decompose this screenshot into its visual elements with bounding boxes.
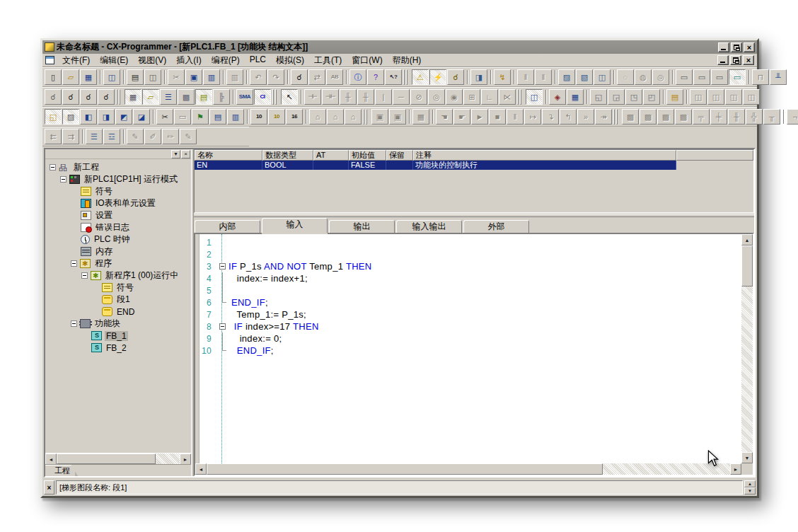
show-comments-icon[interactable]: ▱ [142,89,159,105]
table-editor-splitter[interactable] [194,214,754,217]
monitor-hex-icon[interactable]: 16 [286,109,303,125]
toolbar-gripper[interactable] [363,109,369,125]
address-reference-tool-icon[interactable]: ▤ [666,89,683,105]
tree-item-function-blocks[interactable]: 功能块 [47,318,191,330]
editor-horizontal-scrollbar[interactable]: ◄ ► [195,463,741,475]
window-tile-horizontal-icon[interactable]: ◲ [608,89,625,105]
toolbar-gripper[interactable] [613,109,620,125]
tree-item-program1[interactable]: 新程序1 (00)运行中 [47,270,191,282]
show-program-window-icon[interactable]: ◫ [526,89,543,105]
zoom-to-fit-icon[interactable]: ☌ [45,89,62,105]
debug-mode-icon[interactable]: ▭ [711,69,728,85]
show-grid-icon[interactable]: ▦ [125,89,141,105]
open-project-icon[interactable]: ▱ [62,69,79,85]
find-icon[interactable]: ☌ [291,69,308,85]
print-preview-icon[interactable]: ◫ [144,69,161,85]
window-arrange-icons-icon[interactable]: ◰ [643,89,660,105]
run-mode-icon[interactable]: ▭ [729,69,746,85]
show-flags-icon[interactable]: ⚑ [192,109,209,125]
align-list-icon[interactable]: ☰ [86,129,103,144]
show-rung-list-icon[interactable]: ▤ [209,109,226,125]
view-mnemonics-icon[interactable]: ◈ [549,89,566,105]
tree-item-plc-clock[interactable]: PLC 时钟 [47,233,191,245]
output-scroll-down-icon[interactable]: ▼ [744,487,756,495]
fold-toggle-icon[interactable] [217,260,229,272]
tree-item-memory[interactable]: 内存 [47,245,191,258]
tree-item-settings[interactable]: 设置 [47,209,191,221]
compare-with-plc-icon[interactable]: ◫ [594,69,611,85]
title-bar[interactable]: 未命名标题 - CX-Programmer - [新PLC1.FB_1 [功能块… [42,40,757,54]
tab-input[interactable]: 输入 [262,218,328,233]
toggle-local-symbols-icon[interactable]: ◩ [115,109,132,125]
toolbar-gripper[interactable] [403,69,410,85]
tab-internal[interactable]: 内部 [195,220,260,233]
view-symbol-bar-icon[interactable]: SMA [236,89,253,105]
toggle-project-workspace-icon[interactable]: ◱ [45,109,62,125]
scroll-left-icon[interactable]: ◄ [45,453,57,465]
editor-vscroll-thumb[interactable] [741,245,753,287]
transfer-from-plc-icon[interactable]: ▧ [576,69,593,85]
toggle-output-window-icon[interactable]: ▨ [62,109,79,125]
toolbar-gripper[interactable] [272,89,279,105]
tab-project[interactable]: 工程 [45,465,79,476]
align-list-2-icon[interactable]: ☲ [103,129,120,144]
tree-expander-minus-icon[interactable] [71,320,77,327]
toolbar-gripper[interactable] [116,89,122,105]
transfer-to-plc-icon[interactable]: ▨ [558,69,575,85]
variable-row[interactable]: ENBOOLFALSE功能块的控制执行 [195,161,753,170]
monitor-in-rung-icon[interactable]: ▩ [178,89,195,105]
tab-input-output[interactable]: 输入输出 [396,220,462,233]
scroll-up-icon[interactable]: ▲ [741,234,753,245]
menu-item-plc[interactable]: PLC [245,54,271,67]
toggle-cross-reference-icon[interactable]: ◨ [98,109,115,125]
fold-toggle-icon[interactable] [217,320,229,332]
menu-item-tools[interactable]: 工具(T) [309,54,347,67]
output-message[interactable]: [梯形图段名称: 段1] [56,480,743,495]
help-topics-icon[interactable]: ? [367,69,384,85]
show-rung-dividers-icon[interactable]: ▤ [195,89,212,105]
tree-expander-minus-icon[interactable] [71,260,77,267]
tree-horizontal-scrollbar[interactable]: ◄ ► [45,453,191,464]
child-close-button[interactable]: × [743,55,754,65]
variable-table-empty-area[interactable] [195,170,753,212]
new-document-icon[interactable]: ▯ [45,69,62,85]
toggle-watch-window-icon[interactable]: ◧ [80,109,97,125]
zoom-in-icon[interactable]: ☌ [80,89,97,105]
workspace-close-button[interactable]: × [181,150,190,158]
monitor-decimal-icon[interactable]: 10 [250,109,267,125]
output-scrollbar[interactable]: ▲ ▼ [744,480,756,495]
monitor-signed-decimal-icon[interactable]: 10 [268,109,285,125]
output-scroll-up-icon[interactable]: ▲ [744,480,756,487]
tree-expander-minus-icon[interactable] [50,164,56,170]
show-rung-annotation-icon[interactable]: ☰ [160,89,177,105]
menu-item-file[interactable]: 文件(F) [57,54,95,67]
zoom-custom-icon[interactable]: ☌ [98,89,115,105]
child-restore-button[interactable] [730,55,741,65]
tree-item-io-table[interactable]: IO表和单元设置 [47,197,191,209]
st-code-area[interactable]: 123IF P_1s AND NOT Temp_1 THEN4 index:= … [195,234,741,463]
tree-item-fb1[interactable]: FB_1 [47,330,191,342]
workspace-dock-button[interactable]: ▾ [171,150,180,158]
about-icon[interactable]: ⓘ [349,69,366,85]
scroll-right-icon[interactable]: ► [730,463,741,475]
tree-item-error-log[interactable]: 错误日志 [47,221,191,233]
menu-item-view[interactable]: 视图(V) [133,54,171,67]
copy-icon[interactable]: ▣ [185,69,202,85]
paste-icon[interactable]: ▥ [203,69,220,85]
menu-item-edit[interactable]: 编辑(E) [95,54,133,67]
child-minimize-button[interactable] [717,55,729,65]
tree-expander-minus-icon[interactable] [60,176,66,183]
tree-expander-minus-icon[interactable] [81,272,88,279]
find-next-error-icon[interactable]: ☌ [447,69,464,85]
tree-item-program1-symbols[interactable]: 符号 [47,282,191,294]
tree-item-symbols[interactable]: 符号 [47,185,191,197]
tab-external[interactable]: 外部 [463,220,529,233]
tree-item-fb2[interactable]: FB_2 [47,342,191,354]
show-properties-icon[interactable]: ◪ [133,109,150,125]
tree-item-project-root[interactable]: 新工程 [47,161,191,173]
work-online-simulator-icon[interactable]: ↯ [494,69,511,85]
menu-item-window[interactable]: 窗口(W) [347,54,387,67]
zoom-out-icon[interactable]: ☌ [62,89,79,105]
view-st-editor-icon[interactable]: CI [254,89,271,105]
binary-monitor-icon[interactable]: ▥ [227,109,244,125]
